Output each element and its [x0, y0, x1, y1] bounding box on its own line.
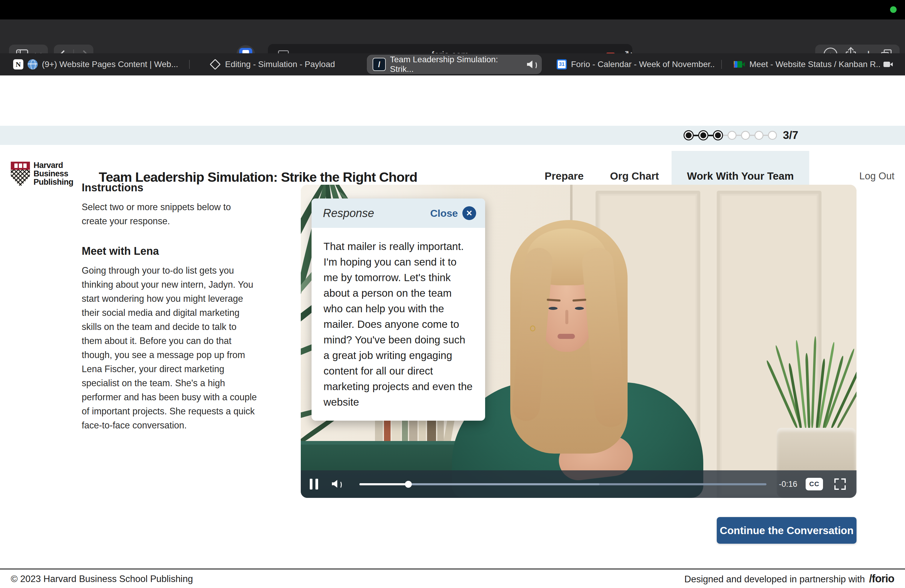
meet-icon-wedge	[742, 62, 745, 67]
video-player[interactable]: Response Close ✕ That mailer is really i…	[301, 185, 856, 498]
progress-dot	[727, 131, 737, 140]
tab-separator	[189, 60, 190, 69]
partnership-label: Designed and developed in partnership wi…	[684, 574, 865, 585]
video-progress-fill	[359, 483, 408, 485]
progress-connector	[764, 135, 768, 136]
fullscreen-corner	[841, 478, 846, 483]
copyright-text: © 2023 Harvard Business School Publishin…	[11, 574, 193, 585]
speaker-wave	[338, 481, 342, 489]
progress-dot	[768, 131, 777, 140]
tab-separator	[721, 60, 722, 69]
video-progress-handle[interactable]	[405, 481, 412, 488]
forio-logo-text: /forio	[869, 572, 894, 585]
tab-label: (9+) Website Pages Content | Web...	[42, 60, 178, 69]
globe-equator	[28, 64, 37, 64]
payload-icon	[210, 59, 221, 70]
progress-connector	[694, 135, 698, 136]
browser-tab-calendar[interactable]: 31 Forio - Calendar - Week of November..…	[557, 53, 715, 75]
notion-icon: N	[13, 59, 23, 70]
fullscreen-button[interactable]	[834, 478, 846, 490]
calendar-day-number: 31	[558, 60, 566, 68]
video-camera-lens	[890, 62, 893, 67]
harvard-shield-logo	[11, 162, 30, 187]
progress-dots	[684, 126, 777, 145]
google-calendar-icon: 31	[557, 59, 567, 70]
progress-connector	[723, 135, 727, 136]
pause-icon-bar	[316, 479, 318, 489]
continue-conversation-button[interactable]: Continue the Conversation	[717, 517, 856, 544]
browser-tab-active-simulation[interactable]: / Team Leadership Simulation: Strik...	[367, 55, 542, 74]
google-meet-icon	[734, 60, 745, 69]
browser-toolbar: forio.com ↻ ↓ +	[0, 19, 905, 53]
camera-active-indicator	[890, 6, 897, 13]
browser-tab-bar: N (9+) Website Pages Content | Web... Ed…	[0, 53, 905, 75]
scene-body: Going through your to-do list gets you t…	[82, 264, 259, 432]
tab-label: Team Leadership Simulation: Strik...	[390, 55, 523, 74]
shield-book	[14, 164, 17, 168]
speaker-wave	[533, 61, 537, 69]
partnership-text: Designed and developed in partnership wi…	[684, 572, 894, 585]
progress-dot	[754, 131, 764, 140]
meet-icon-green	[737, 61, 742, 68]
instructions-body: Select two or more snippets below to cre…	[82, 200, 255, 228]
log-out-link[interactable]: Log Out	[856, 151, 898, 201]
fullscreen-corner	[834, 478, 839, 483]
menu-bar	[0, 0, 905, 19]
response-popup-header: Response Close ✕	[311, 199, 485, 228]
tab-label: Meet - Website Status / Kanban R...	[749, 60, 880, 69]
meet-icon-blue	[734, 61, 737, 68]
logo-line: Publishing	[33, 178, 73, 186]
fullscreen-corner	[841, 485, 846, 490]
video-camera-body	[883, 62, 890, 67]
close-button[interactable]: Close ✕	[430, 206, 476, 220]
progress-connector	[750, 135, 754, 136]
browser-tab-meet[interactable]: Meet - Website Status / Kanban R...	[734, 53, 880, 75]
nose-shadow	[565, 310, 568, 324]
app-header: Harvard Business Publishing Team Leaders…	[0, 75, 905, 126]
response-popup-body: That mailer is really important. I'm hop…	[311, 228, 485, 421]
video-controls-bar: -0:16 CC	[301, 470, 856, 498]
globe-icon	[27, 59, 38, 70]
shield-crimson-band	[11, 162, 30, 170]
earring	[530, 326, 535, 331]
tab-audio-icon[interactable]	[527, 60, 536, 68]
progress-dot	[698, 130, 708, 140]
scene-heading: Meet with Lena	[82, 245, 159, 257]
progress-dot	[741, 131, 750, 140]
forio-slash-icon: /	[373, 58, 386, 71]
progress-connector	[708, 135, 713, 136]
speaker-cone	[527, 60, 532, 68]
tab-label: Forio - Calendar - Week of November...	[571, 60, 715, 69]
shield-book	[19, 164, 22, 168]
screen: forio.com ↻ ↓ + N	[0, 0, 905, 588]
progress-fraction: 3/7	[783, 126, 798, 145]
close-icon: ✕	[462, 206, 476, 220]
shield-book	[23, 164, 27, 168]
page-title: Team Leadership Simulation: Strike the R…	[99, 170, 417, 185]
globe-meridian	[30, 60, 36, 70]
logo-line: Harvard	[33, 161, 73, 170]
speaker-cone	[332, 480, 337, 488]
tab-label: Editing - Simulation - Payload	[225, 60, 335, 69]
close-label: Close	[430, 208, 458, 219]
instructions-heading: Instructions	[82, 181, 143, 194]
progress-dot	[713, 130, 723, 140]
time-remaining: -0:16	[779, 470, 797, 498]
eye	[549, 307, 557, 310]
eye	[575, 307, 584, 310]
lips	[557, 334, 575, 339]
progress-dot	[684, 130, 694, 140]
browser-tab-notion[interactable]: N (9+) Website Pages Content | Web...	[13, 53, 185, 75]
closed-captions-button[interactable]: CC	[806, 478, 823, 490]
response-popup: Response Close ✕ That mailer is really i…	[311, 199, 485, 421]
progress-connector	[737, 135, 741, 136]
video-progress-track[interactable]	[359, 483, 767, 485]
logo-wordmark: Harvard Business Publishing	[33, 161, 73, 186]
fullscreen-corner	[834, 485, 839, 490]
pause-icon-bar	[310, 479, 313, 489]
response-popup-title: Response	[323, 207, 374, 220]
logo-line: Business	[33, 170, 73, 178]
browser-tab-payload[interactable]: Editing - Simulation - Payload	[210, 53, 365, 75]
